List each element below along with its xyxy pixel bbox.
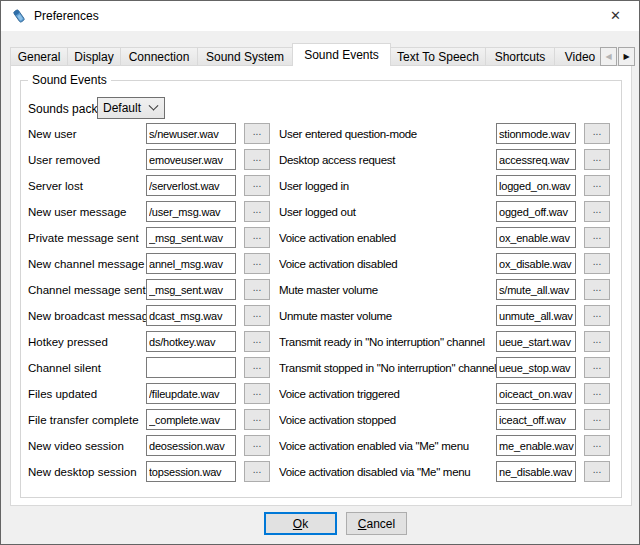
- right-event-browse-button[interactable]: ...: [584, 357, 610, 378]
- right-event-label: Transmit ready in "No interruption" chan…: [279, 336, 496, 348]
- left-event-label: New user: [28, 128, 146, 140]
- tab-shortcuts[interactable]: Shortcuts: [485, 47, 555, 66]
- left-event-sound-file-input[interactable]: [146, 409, 236, 430]
- left-event-sound-file-input[interactable]: [146, 227, 236, 248]
- right-event-row: User entered question-mode...: [279, 123, 613, 144]
- ok-button-label: Ok: [293, 517, 308, 531]
- right-event-browse-button[interactable]: ...: [584, 435, 610, 456]
- right-event-browse-button[interactable]: ...: [584, 175, 610, 196]
- left-event-row: Private message sent...: [28, 227, 270, 248]
- left-event-browse-button[interactable]: ...: [244, 253, 270, 274]
- right-event-sound-file-input[interactable]: [496, 331, 576, 352]
- right-event-row: Voice activation enabled...: [279, 227, 613, 248]
- left-event-browse-button[interactable]: ...: [244, 461, 270, 482]
- left-event-browse-button[interactable]: ...: [244, 175, 270, 196]
- right-event-browse-button[interactable]: ...: [584, 305, 610, 326]
- left-event-browse-button[interactable]: ...: [244, 435, 270, 456]
- cancel-button[interactable]: Cancel: [346, 512, 407, 535]
- tab-scroll-right-button[interactable]: ▶: [618, 47, 635, 66]
- left-event-sound-file-input[interactable]: [146, 435, 236, 456]
- left-event-row: New desktop session...: [28, 461, 270, 482]
- right-event-sound-file-input[interactable]: [496, 123, 576, 144]
- groupbox-title: Sound Events: [28, 73, 111, 87]
- right-event-sound-file-input[interactable]: [496, 175, 576, 196]
- right-event-browse-button[interactable]: ...: [584, 409, 610, 430]
- right-event-row: User logged in...: [279, 175, 613, 196]
- left-event-browse-button[interactable]: ...: [244, 149, 270, 170]
- left-event-label: File transfer complete: [28, 414, 146, 426]
- tab-sound-events[interactable]: Sound Events: [292, 43, 391, 66]
- right-event-sound-file-input[interactable]: [496, 279, 576, 300]
- right-event-label: User entered question-mode: [279, 128, 496, 140]
- sounds-pack-combobox[interactable]: Default: [97, 97, 165, 119]
- left-event-sound-file-input[interactable]: [146, 175, 236, 196]
- right-event-browse-button[interactable]: ...: [584, 279, 610, 300]
- sounds-pack-label: Sounds pack: [28, 102, 97, 116]
- right-event-browse-button[interactable]: ...: [584, 383, 610, 404]
- left-event-label: Channel silent: [28, 362, 146, 374]
- left-event-sound-file-input[interactable]: [146, 201, 236, 222]
- tab-general[interactable]: General: [10, 47, 68, 66]
- ok-button[interactable]: Ok: [264, 512, 337, 535]
- right-event-browse-button[interactable]: ...: [584, 123, 610, 144]
- left-event-sound-file-input[interactable]: [146, 383, 236, 404]
- right-event-sound-file-input[interactable]: [496, 461, 576, 482]
- right-event-row: Transmit ready in "No interruption" chan…: [279, 331, 613, 352]
- right-event-browse-button[interactable]: ...: [584, 253, 610, 274]
- left-event-browse-button[interactable]: ...: [244, 357, 270, 378]
- right-event-browse-button[interactable]: ...: [584, 227, 610, 248]
- right-event-sound-file-input[interactable]: [496, 357, 576, 378]
- right-event-sound-file-input[interactable]: [496, 383, 576, 404]
- left-event-sound-file-input[interactable]: [146, 149, 236, 170]
- left-event-browse-button[interactable]: ...: [244, 305, 270, 326]
- tab-text-to-speech[interactable]: Text To Speech: [390, 47, 486, 66]
- left-event-row: Channel silent...: [28, 357, 270, 378]
- left-event-label: Private message sent: [28, 232, 146, 244]
- right-event-sound-file-input[interactable]: [496, 409, 576, 430]
- right-event-sound-file-input[interactable]: [496, 201, 576, 222]
- left-event-sound-file-input[interactable]: [146, 305, 236, 326]
- left-event-row: Server lost...: [28, 175, 270, 196]
- tab-sound-system[interactable]: Sound System: [197, 47, 293, 66]
- left-event-row: New broadcast message...: [28, 305, 270, 326]
- right-event-label: User logged in: [279, 180, 496, 192]
- left-event-browse-button[interactable]: ...: [244, 227, 270, 248]
- tab-video[interactable]: Video: [554, 47, 606, 66]
- left-event-sound-file-input[interactable]: [146, 123, 236, 144]
- left-event-row: Hotkey pressed...: [28, 331, 270, 352]
- left-event-sound-file-input[interactable]: [146, 461, 236, 482]
- left-event-browse-button[interactable]: ...: [244, 123, 270, 144]
- tab-bar: General Display Connection Sound System …: [10, 43, 632, 66]
- left-event-browse-button[interactable]: ...: [244, 409, 270, 430]
- tab-display[interactable]: Display: [67, 47, 121, 66]
- tab-connection[interactable]: Connection: [120, 47, 198, 66]
- right-event-browse-button[interactable]: ...: [584, 149, 610, 170]
- left-event-sound-file-input[interactable]: [146, 279, 236, 300]
- left-event-sound-file-input[interactable]: [146, 253, 236, 274]
- right-event-sound-file-input[interactable]: [496, 149, 576, 170]
- right-event-browse-button[interactable]: ...: [584, 461, 610, 482]
- right-event-sound-file-input[interactable]: [496, 253, 576, 274]
- left-event-browse-button[interactable]: ...: [244, 279, 270, 300]
- close-button[interactable]: ✕: [593, 1, 638, 30]
- right-event-sound-file-input[interactable]: [496, 435, 576, 456]
- left-event-browse-button[interactable]: ...: [244, 383, 270, 404]
- left-event-browse-button[interactable]: ...: [244, 201, 270, 222]
- right-event-sound-file-input[interactable]: [496, 227, 576, 248]
- arrow-right-icon: ▶: [623, 52, 629, 61]
- left-event-browse-button[interactable]: ...: [244, 331, 270, 352]
- left-event-row: Channel message sent...: [28, 279, 270, 300]
- right-event-browse-button[interactable]: ...: [584, 331, 610, 352]
- left-event-label: User removed: [28, 154, 146, 166]
- right-event-label: User logged out: [279, 206, 496, 218]
- right-event-label: Voice activation triggered: [279, 388, 496, 400]
- chevron-down-icon: [149, 100, 159, 110]
- right-event-row: Mute master volume...: [279, 279, 613, 300]
- app-icon: [11, 8, 27, 24]
- right-event-row: Voice activation disabled via "Me" menu.…: [279, 461, 613, 482]
- right-event-browse-button[interactable]: ...: [584, 201, 610, 222]
- right-event-sound-file-input[interactable]: [496, 305, 576, 326]
- left-event-sound-file-input[interactable]: [146, 331, 236, 352]
- left-event-sound-file-input[interactable]: [146, 357, 236, 378]
- left-event-row: New user message...: [28, 201, 270, 222]
